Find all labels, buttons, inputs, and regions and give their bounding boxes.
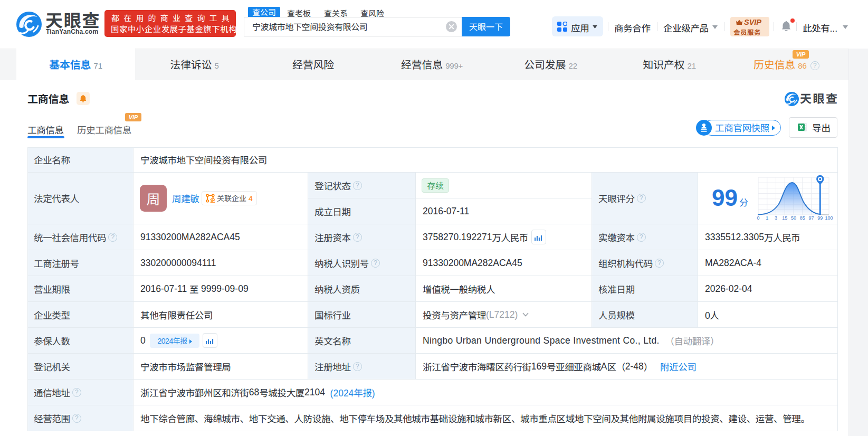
- svg-text:50: 50: [791, 215, 796, 221]
- svg-text:0: 0: [757, 215, 759, 221]
- svg-text:99: 99: [817, 215, 823, 221]
- svg-text:1: 1: [766, 215, 768, 221]
- svg-text:100: 100: [825, 215, 833, 221]
- svg-text:15: 15: [782, 215, 787, 221]
- svg-text:企: 企: [210, 196, 215, 203]
- svg-text:85: 85: [800, 215, 805, 221]
- svg-text:3: 3: [775, 215, 777, 221]
- svg-text:97: 97: [808, 215, 814, 221]
